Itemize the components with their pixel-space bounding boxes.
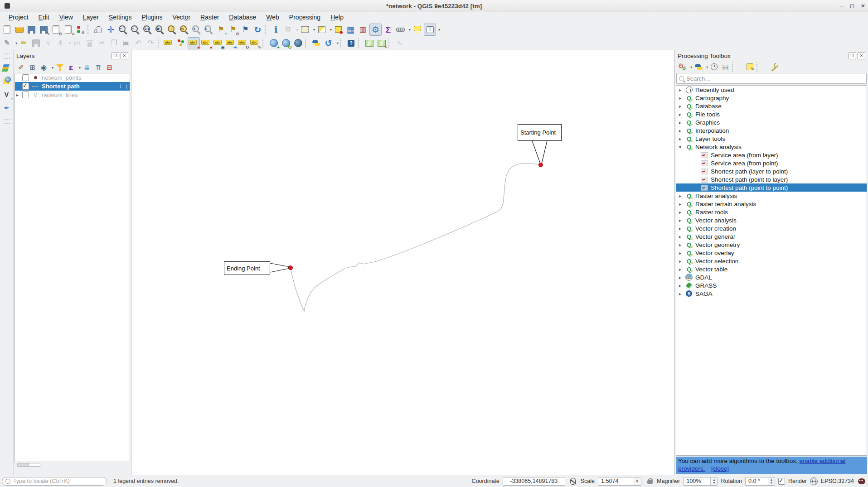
tree-row[interactable]: ▸ Raster analysis — [676, 192, 867, 200]
map-canvas[interactable]: Starting Point Ending Point — [131, 50, 674, 475]
panel-tab[interactable] — [29, 463, 40, 467]
expand-arrow-icon[interactable]: ▸ — [679, 128, 684, 133]
float-panel-button[interactable]: ❐ — [849, 52, 856, 59]
expand-arrow-icon[interactable]: ▸ — [679, 96, 684, 101]
tree-row[interactable]: ▸ Interpolation — [676, 126, 867, 135]
layer-row[interactable]: network_points — [15, 73, 130, 82]
expand-arrow-icon[interactable]: ▸ — [679, 120, 684, 125]
layer-label[interactable]: network_points — [42, 74, 81, 81]
tree-row[interactable]: Service area (from layer) — [676, 151, 867, 159]
magnifier-spinbox[interactable]: 100% ▲▼ — [683, 477, 718, 486]
layer-row[interactable]: Shortest path — [15, 82, 130, 91]
expand-arrow-icon[interactable]: ▸ — [679, 275, 684, 280]
layer-checkbox[interactable] — [22, 92, 29, 98]
toolbar-handle[interactable] — [4, 53, 10, 59]
maximize-button[interactable]: ◻ — [850, 3, 854, 9]
tree-row[interactable]: ▸ Raster tools — [676, 208, 867, 216]
render-checkbox[interactable] — [778, 478, 785, 485]
expand-arrow-icon[interactable]: ▸ — [679, 218, 684, 223]
tree-row[interactable]: ▸ Graphics — [676, 118, 867, 126]
layer-label[interactable]: Shortest path — [42, 83, 80, 90]
menu-item[interactable]: Edit — [34, 13, 54, 22]
tree-row[interactable]: ▸ Layer tools — [676, 135, 867, 143]
menu-item[interactable]: Project — [4, 13, 34, 22]
chevron-down-icon[interactable]: ▼ — [633, 477, 641, 485]
expand-arrow-icon[interactable]: ▸ — [679, 291, 684, 296]
expand-arrow-icon[interactable]: ▸ — [679, 210, 684, 215]
layer-label[interactable]: network_lines — [42, 92, 78, 98]
crs-status-button[interactable]: EPSG:32734 — [821, 478, 854, 484]
lock-scale-icon[interactable] — [645, 477, 654, 486]
search-icon — [5, 479, 10, 484]
algorithm-search-input[interactable]: Search… — [676, 73, 867, 84]
tree-row[interactable]: ▸ Vector table — [676, 265, 867, 273]
float-panel-button[interactable]: ❐ — [112, 52, 119, 59]
locator-search-input[interactable]: Type to locate (Ctrl+K) — [2, 477, 107, 486]
tree-row[interactable]: ▸ Vector analysis — [676, 216, 867, 224]
expand-arrow-icon[interactable]: ▸ — [679, 251, 684, 256]
expand-arrow-icon[interactable]: ▸ — [679, 202, 684, 207]
menu-item[interactable]: Raster — [195, 13, 224, 22]
layer-checkbox[interactable] — [22, 83, 29, 90]
panel-tab[interactable] — [17, 463, 29, 467]
annotation-starting-point[interactable]: Starting Point — [518, 124, 562, 141]
tree-row[interactable]: Shortest path (layer to point) — [676, 167, 867, 175]
tree-row[interactable]: ▸ GRASS — [676, 281, 867, 289]
expand-arrow-icon[interactable]: ▾ — [679, 145, 684, 149]
menu-item[interactable]: Help — [325, 13, 349, 22]
expand-arrow-icon[interactable]: ▸ — [679, 242, 684, 247]
tree-row[interactable]: ▸ Vector geometry — [676, 241, 867, 249]
extents-toggle-icon[interactable] — [568, 477, 577, 486]
expand-arrow-icon[interactable]: ▸ — [679, 104, 684, 109]
close-notification-link[interactable]: [close] — [711, 465, 729, 472]
tree-row[interactable]: ▾ Network analysis — [676, 143, 867, 151]
tree-row[interactable]: ▸ Vector creation — [676, 224, 867, 232]
close-panel-button[interactable]: ✕ — [858, 52, 865, 59]
menu-item[interactable]: Web — [261, 13, 284, 22]
layers-panel-title: Layers — [16, 53, 110, 59]
tree-row[interactable]: Shortest path (point to point) — [676, 183, 867, 192]
spinner-buttons[interactable]: ▲▼ — [768, 477, 775, 485]
tree-row[interactable]: ▸ Recently used — [676, 86, 867, 94]
menu-item[interactable]: Database — [224, 13, 261, 22]
menu-item[interactable]: Layer — [78, 13, 104, 22]
tree-row[interactable]: ▸ Vector selection — [676, 257, 867, 265]
expand-arrow-icon[interactable]: ▸ — [679, 193, 684, 198]
tree-row[interactable]: ▸ Raster terrain analysis — [676, 200, 867, 208]
tree-row[interactable]: ▸ SAGA — [676, 289, 867, 298]
rotation-spinbox[interactable]: 0.0 ° ▲▼ — [745, 477, 775, 486]
expand-arrow-icon[interactable]: ▸ — [679, 87, 684, 92]
tree-row[interactable]: ▸ Vector general — [676, 232, 867, 241]
coordinate-input[interactable]: -338065,14891783 — [503, 477, 565, 486]
expand-arrow-icon[interactable]: ▸ — [679, 112, 684, 117]
spinner-buttons[interactable]: ▲▼ — [710, 477, 717, 485]
tree-row[interactable]: ▸ File tools — [676, 110, 867, 118]
tree-row[interactable]: Shortest path (point to layer) — [676, 175, 867, 183]
toolbar-handle[interactable] — [4, 119, 10, 124]
menu-item[interactable]: View — [54, 13, 78, 22]
tree-row[interactable]: ▸ Cartography — [676, 94, 867, 102]
expand-arrow-icon[interactable]: ▸ — [679, 267, 684, 272]
close-button[interactable]: ✕ — [861, 3, 865, 9]
close-panel-button[interactable]: ✕ — [121, 52, 128, 59]
expand-arrow-icon[interactable]: ▸ — [679, 259, 684, 264]
menu-item[interactable]: Vector — [167, 13, 195, 22]
scale-combobox[interactable]: 1:5074 ▼ — [598, 477, 641, 486]
expand-arrow-icon[interactable]: ▸ — [679, 283, 684, 288]
expand-arrow-icon[interactable]: ▸ — [679, 234, 684, 239]
annotation-ending-point[interactable]: Ending Point — [224, 261, 270, 275]
menu-item[interactable]: Plugins — [136, 13, 167, 22]
tree-row[interactable]: ▸ Vector overlay — [676, 249, 867, 257]
expand-arrow-icon[interactable]: ▸ — [679, 226, 684, 231]
tree-row[interactable]: ▸ GDAL — [676, 273, 867, 281]
tree-row[interactable]: ▸ Database — [676, 102, 867, 110]
messages-icon[interactable] — [857, 477, 866, 486]
expand-arrow-icon[interactable]: ▸ — [679, 136, 684, 141]
minimize-button[interactable]: – — [840, 3, 844, 9]
menu-item[interactable]: Settings — [104, 13, 137, 22]
layer-checkbox[interactable] — [22, 74, 29, 81]
menu-item[interactable]: Processing — [284, 13, 325, 22]
tree-row[interactable]: Service area (from point) — [676, 159, 867, 167]
expand-arrow-icon[interactable]: ▸ — [16, 92, 21, 97]
layer-row[interactable]: ▸ network_lines — [15, 91, 130, 99]
